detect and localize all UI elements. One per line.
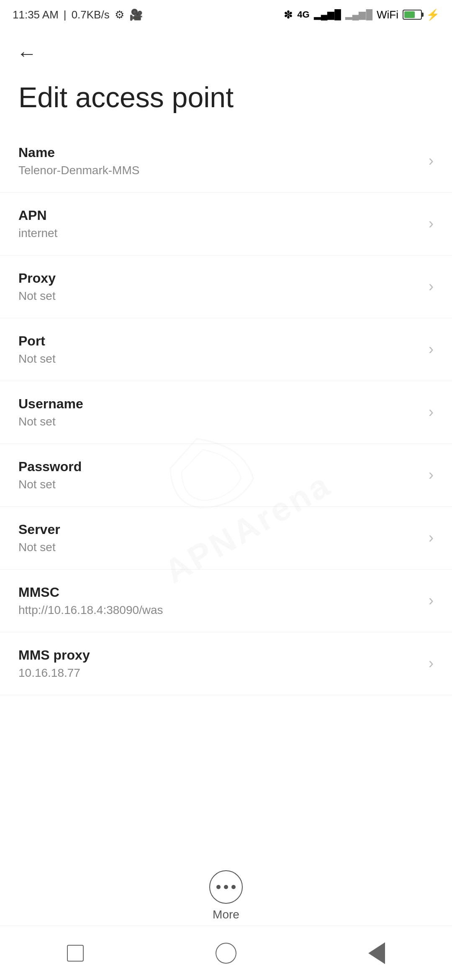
settings-label-password: Password — [18, 459, 420, 475]
separator: | — [64, 8, 67, 21]
signal-bars-icon: ▂▄▆█ — [314, 9, 341, 20]
settings-item-proxy[interactable]: Proxy Not set › — [0, 255, 452, 318]
settings-item-password[interactable]: Password Not set › — [0, 444, 452, 507]
nav-square-icon — [67, 945, 84, 962]
settings-value-password: Not set — [18, 478, 420, 491]
settings-item-apn-content: APN internet — [18, 208, 420, 240]
more-button[interactable]: More — [209, 870, 243, 921]
settings-item-server[interactable]: Server Not set › — [0, 507, 452, 570]
settings-list: Name Telenor-Denmark-MMS › APN internet … — [0, 130, 452, 695]
back-arrow-icon[interactable]: ← — [17, 42, 37, 64]
settings-label-server: Server — [18, 522, 420, 537]
time-display: 11:35 AM — [13, 8, 59, 21]
more-circle-icon — [209, 870, 243, 904]
settings-item-proxy-content: Proxy Not set — [18, 271, 420, 303]
settings-value-apn: internet — [18, 227, 420, 240]
more-label: More — [213, 908, 239, 921]
settings-label-mmsc: MMSC — [18, 585, 420, 600]
settings-label-port: Port — [18, 333, 420, 349]
nav-back-button[interactable] — [360, 936, 393, 970]
settings-label-name: Name — [18, 145, 420, 160]
battery-icon — [403, 10, 422, 20]
settings-item-name[interactable]: Name Telenor-Denmark-MMS › — [0, 130, 452, 193]
settings-item-username-content: Username Not set — [18, 396, 420, 428]
dot-3 — [231, 885, 236, 889]
more-section: More — [0, 870, 452, 921]
camera-icon: 🎥 — [129, 8, 143, 21]
settings-item-password-content: Password Not set — [18, 459, 420, 491]
battery-fill — [404, 11, 415, 18]
settings-item-name-content: Name Telenor-Denmark-MMS — [18, 145, 420, 177]
settings-item-mmsc[interactable]: MMSC http://10.16.18.4:38090/was › — [0, 570, 452, 632]
wifi-icon: WiFi — [377, 8, 398, 21]
chevron-icon-mms-proxy: › — [429, 655, 434, 672]
more-dots-icon — [216, 885, 236, 889]
settings-item-port[interactable]: Port Not set › — [0, 318, 452, 381]
status-bar: 11:35 AM | 0.7KB/s ⚙ 🎥 ✽ 4G ▂▄▆█ ▂▄▆█ Wi… — [0, 0, 452, 29]
settings-value-name: Telenor-Denmark-MMS — [18, 164, 420, 177]
settings-value-proxy: Not set — [18, 289, 420, 303]
chevron-icon-password: › — [429, 466, 434, 484]
page-title: Edit access point — [0, 73, 452, 130]
chevron-icon-port: › — [429, 340, 434, 358]
status-left: 11:35 AM | 0.7KB/s ⚙ 🎥 — [13, 8, 143, 21]
settings-item-server-content: Server Not set — [18, 522, 420, 554]
signal-4g-icon: 4G — [297, 9, 309, 20]
settings-item-username[interactable]: Username Not set › — [0, 381, 452, 444]
settings-label-username: Username — [18, 396, 420, 412]
settings-value-username: Not set — [18, 415, 420, 428]
back-button[interactable]: ← — [0, 29, 452, 73]
chevron-icon-proxy: › — [429, 278, 434, 295]
status-right: ✽ 4G ▂▄▆█ ▂▄▆█ WiFi ⚡ — [284, 8, 439, 21]
settings-label-proxy: Proxy — [18, 271, 420, 286]
settings-icon: ⚙ — [115, 8, 124, 21]
settings-item-apn[interactable]: APN internet › — [0, 193, 452, 255]
nav-recent-apps-button[interactable] — [59, 936, 92, 970]
signal-bars2-icon: ▂▄▆█ — [345, 9, 372, 20]
settings-label-mms-proxy: MMS proxy — [18, 647, 420, 663]
settings-item-mms-proxy[interactable]: MMS proxy 10.16.18.77 › — [0, 632, 452, 695]
settings-item-mmsc-content: MMSC http://10.16.18.4:38090/was — [18, 585, 420, 617]
settings-value-server: Not set — [18, 541, 420, 554]
nav-home-button[interactable] — [209, 936, 243, 970]
chevron-icon-server: › — [429, 529, 434, 547]
speed-display: 0.7KB/s — [72, 8, 110, 21]
settings-item-mms-proxy-content: MMS proxy 10.16.18.77 — [18, 647, 420, 680]
settings-value-mms-proxy: 10.16.18.77 — [18, 666, 420, 680]
nav-back-icon — [368, 942, 385, 964]
settings-value-port: Not set — [18, 352, 420, 366]
dot-1 — [216, 885, 221, 889]
nav-circle-icon — [216, 943, 236, 964]
chevron-icon-username: › — [429, 403, 434, 421]
chevron-icon-mmsc: › — [429, 592, 434, 609]
chevron-icon-apn: › — [429, 215, 434, 232]
settings-label-apn: APN — [18, 208, 420, 223]
settings-value-mmsc: http://10.16.18.4:38090/was — [18, 603, 420, 617]
chevron-icon-name: › — [429, 152, 434, 170]
bluetooth-icon: ✽ — [284, 8, 293, 21]
settings-item-port-content: Port Not set — [18, 333, 420, 366]
dot-2 — [224, 885, 228, 889]
nav-bar — [0, 926, 452, 980]
charging-icon: ⚡ — [426, 8, 439, 21]
